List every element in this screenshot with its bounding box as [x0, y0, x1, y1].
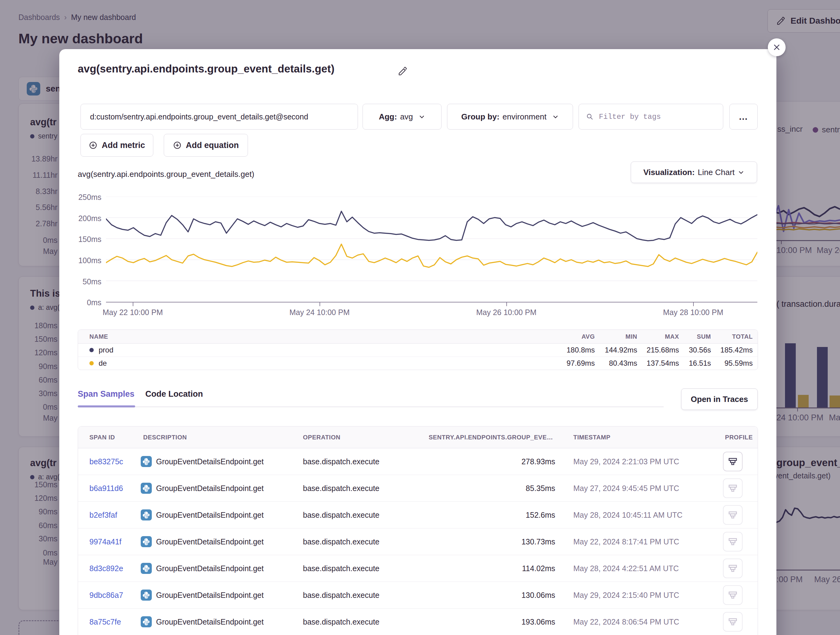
profile-icon	[728, 537, 738, 547]
python-icon	[141, 536, 152, 547]
close-button[interactable]	[768, 38, 786, 56]
python-icon	[141, 616, 152, 627]
samples-header: DESCRIPTION	[143, 434, 187, 441]
span-id-link[interactable]: 9dbc86a7	[89, 591, 123, 600]
span-id-link[interactable]: b6a911d6	[89, 484, 123, 493]
python-icon	[141, 456, 152, 467]
sample-row: 9974a41fGroupEventDetailsEndpoint.getbas…	[78, 528, 758, 555]
sample-row: 9dbc86a7GroupEventDetailsEndpoint.getbas…	[78, 582, 758, 608]
profile-icon	[728, 590, 738, 600]
summary-header: SUM	[697, 333, 711, 340]
summary-header-row: NAME AVG MIN MAX SUM TOTAL	[78, 330, 758, 343]
filter-by-tags-wrap	[578, 104, 723, 129]
span-id-link[interactable]: be83275c	[89, 457, 123, 466]
python-icon	[141, 483, 152, 494]
profile-button[interactable]	[723, 505, 743, 525]
samples-header: TIMESTAMP	[573, 434, 611, 441]
chevron-down-icon	[738, 169, 744, 176]
span-operation: base.dispatch.execute	[303, 537, 379, 546]
x-axis-tickmark	[319, 303, 320, 306]
y-axis-tick: 0ms	[62, 298, 101, 307]
add-metric-button[interactable]: Add metric	[81, 134, 153, 157]
profile-icon	[728, 457, 738, 466]
span-timestamp: May 28, 2024 4:22:51 AM UTC	[573, 564, 679, 573]
plus-circle-icon	[89, 141, 97, 150]
metric-details-modal: avg(sentry.api.endpoints.group_event_det…	[59, 49, 777, 635]
span-description: GroupEventDetailsEndpoint.get	[141, 483, 264, 494]
app-root: Dashboards › My new dashboard My new das…	[0, 0, 840, 635]
more-options-button[interactable]: …	[729, 104, 758, 129]
profile-icon	[728, 510, 738, 520]
span-id-link[interactable]: 9974a41f	[89, 537, 122, 546]
python-icon	[141, 589, 152, 600]
summary-header: MIN	[625, 333, 637, 340]
span-samples-table: SPAN ID DESCRIPTION OPERATION SENTRY.API…	[78, 426, 758, 635]
search-icon	[586, 113, 593, 121]
summary-row-de[interactable]: de 97.69ms 80.43ms 137.54ms 16.51s 95.59…	[78, 357, 758, 370]
profile-button[interactable]	[723, 585, 743, 605]
python-icon	[141, 509, 152, 520]
add-equation-button[interactable]: Add equation	[164, 134, 248, 157]
open-in-traces-button[interactable]: Open in Traces	[681, 388, 758, 410]
y-axis-tick: 150ms	[62, 235, 101, 244]
span-operation: base.dispatch.execute	[303, 618, 379, 626]
python-icon	[141, 563, 152, 574]
sample-row: 8a75c7feGroupEventDetailsEndpoint.getbas…	[78, 608, 758, 635]
tab-span-samples[interactable]: Span Samples	[78, 389, 134, 399]
span-id-link[interactable]: 8d3c892e	[89, 564, 123, 573]
plus-circle-icon	[173, 141, 182, 150]
chart-series-label: avg(sentry.api.endpoints.group_event_det…	[78, 170, 254, 179]
span-timestamp: May 27, 2024 9:45:45 PM UTC	[573, 484, 679, 493]
profile-button[interactable]	[723, 532, 743, 551]
sample-row: b6a911d6GroupEventDetailsEndpoint.getbas…	[78, 475, 758, 502]
sample-row: b2ef3fafGroupEventDetailsEndpoint.getbas…	[78, 502, 758, 528]
span-duration: 85.35ms	[526, 484, 555, 493]
y-axis-tick: 50ms	[62, 277, 101, 286]
x-axis-tick: May 28 10:00 PM	[644, 308, 742, 317]
tab-code-location[interactable]: Code Location	[145, 389, 203, 399]
samples-header-row: SPAN ID DESCRIPTION OPERATION SENTRY.API…	[78, 427, 758, 448]
metric-query-input[interactable]	[89, 112, 349, 121]
summary-row-prod[interactable]: prod 180.8ms 144.92ms 215.68ms 30.56s 18…	[78, 343, 758, 357]
span-timestamp: May 22, 2024 8:17:41 PM UTC	[573, 537, 679, 546]
aggregation-dropdown[interactable]: Agg: avg	[363, 104, 442, 129]
profile-icon	[728, 564, 738, 573]
profile-button[interactable]	[723, 478, 743, 498]
profile-icon	[728, 483, 738, 493]
summary-header: NAME	[89, 333, 108, 340]
series-dot	[89, 348, 94, 352]
profile-icon	[728, 617, 738, 627]
span-id-link[interactable]: b2ef3faf	[89, 511, 117, 520]
x-axis-tick: May 26 10:00 PM	[457, 308, 556, 317]
span-duration: 193.06ms	[521, 618, 555, 626]
samples-header: SPAN ID	[89, 434, 115, 441]
chevron-down-icon	[552, 113, 559, 120]
groupby-dropdown[interactable]: Group by: environment	[447, 104, 573, 129]
span-operation: base.dispatch.execute	[303, 457, 379, 466]
profile-button[interactable]	[723, 559, 743, 578]
metric-line-chart	[106, 197, 757, 302]
profile-button[interactable]	[723, 452, 743, 471]
chevron-down-icon	[418, 113, 425, 120]
span-description: GroupEventDetailsEndpoint.get	[141, 616, 264, 627]
series-dot	[89, 361, 94, 366]
span-duration: 130.73ms	[521, 537, 555, 546]
span-operation: base.dispatch.execute	[303, 484, 379, 493]
span-description: GroupEventDetailsEndpoint.get	[141, 509, 264, 520]
visualization-dropdown[interactable]: Visualization: Line Chart	[631, 162, 757, 183]
series-summary-table: NAME AVG MIN MAX SUM TOTAL prod 180.8ms …	[78, 329, 758, 370]
span-description: GroupEventDetailsEndpoint.get	[141, 589, 264, 600]
profile-button[interactable]	[723, 612, 743, 632]
samples-header: OPERATION	[303, 434, 340, 441]
span-operation: base.dispatch.execute	[303, 511, 379, 520]
span-operation: base.dispatch.execute	[303, 564, 379, 573]
x-axis-tickmark	[506, 303, 507, 306]
ellipsis-icon: …	[739, 112, 748, 122]
sample-row: 8d3c892eGroupEventDetailsEndpoint.getbas…	[78, 555, 758, 582]
y-axis-tick: 100ms	[62, 256, 101, 265]
span-id-link[interactable]: 8a75c7fe	[89, 618, 121, 626]
x-axis-tick: May 22 10:00 PM	[84, 308, 182, 317]
edit-title-pencil-icon[interactable]	[398, 66, 408, 76]
close-icon	[772, 43, 781, 52]
filter-by-tags-input[interactable]	[598, 112, 715, 121]
